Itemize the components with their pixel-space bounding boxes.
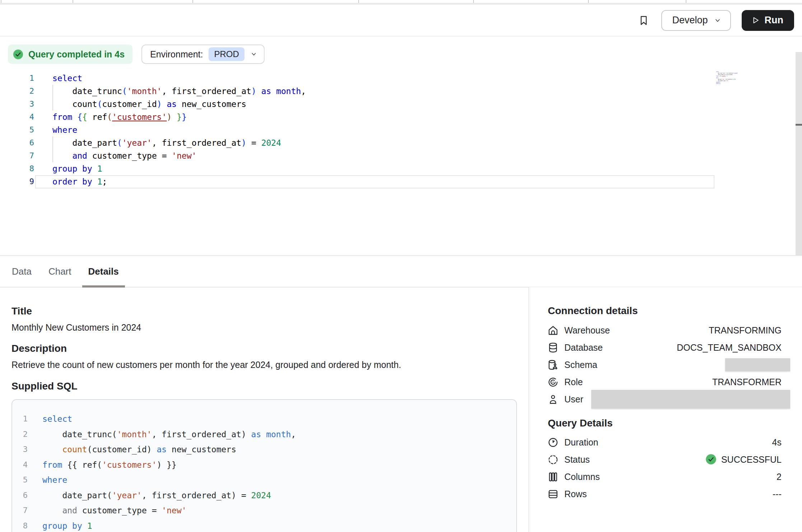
environment-label: Environment: — [150, 49, 203, 60]
tab-separator — [473, 0, 474, 3]
detail-row: DatabaseDOCS_TEAM_SANDBOX — [529, 339, 802, 356]
code-line[interactable]: 9order by 1; — [0, 175, 718, 188]
tab-details[interactable]: Details — [88, 256, 119, 287]
code-line[interactable]: 4from {{ ref('customers') }} — [0, 111, 718, 123]
rows-icon — [547, 488, 559, 500]
code-line[interactable]: 6 date_part('year', first_ordered_at) = … — [0, 136, 718, 149]
title-heading: Title — [11, 305, 32, 317]
code-line[interactable]: 3 count(customer_id) as new_customers — [12, 442, 516, 457]
detail-value: TRANSFORMING — [709, 325, 782, 336]
tab-separator — [192, 0, 193, 3]
user-icon — [547, 393, 559, 405]
run-button[interactable]: Run — [742, 10, 794, 31]
tab-separator — [686, 0, 686, 3]
detail-row: Duration4s — [529, 434, 802, 451]
line-number: 5 — [12, 472, 28, 488]
code-line[interactable]: 8group by 1 — [0, 162, 718, 175]
status-row: Query completed in 4s Environment: PROD — [8, 45, 265, 64]
detail-value: --- — [773, 489, 782, 499]
columns-icon — [547, 471, 559, 483]
detail-label: Role — [564, 377, 583, 387]
scrollbar-marker — [796, 124, 802, 126]
detail-value: 4s — [772, 437, 782, 448]
chevron-down-icon — [250, 51, 257, 58]
connection-details-heading: Connection details — [548, 305, 638, 317]
detail-value-text: TRANSFORMING — [709, 325, 782, 336]
play-icon — [750, 15, 760, 25]
line-number: 2 — [0, 85, 34, 98]
tab-separator — [1, 0, 1, 3]
environment-value-badge: PROD — [209, 47, 244, 61]
detail-value — [725, 358, 782, 371]
detail-label: Database — [564, 342, 603, 353]
database-icon — [547, 342, 559, 354]
editor-minimap[interactable]: 1select2 date_trunc('month', first_order… — [716, 71, 757, 89]
tab-data[interactable]: Data — [12, 256, 32, 287]
supplied-sql-code-block: 1select2 date_trunc('month', first_order… — [11, 399, 517, 532]
line-number: 1 — [12, 411, 28, 427]
role-icon — [547, 376, 559, 388]
check-circle-icon — [13, 49, 24, 60]
detail-row: RoleTRANSFORMER — [529, 373, 802, 391]
code-line[interactable]: 7 and customer_type = 'new' — [0, 149, 718, 162]
code-line[interactable]: 4from {{ ref('customers') }} — [12, 457, 516, 473]
redacted-value — [591, 390, 790, 409]
environment-selector[interactable]: Environment: PROD — [141, 45, 265, 64]
detail-label: Status — [564, 454, 590, 465]
toolbar: Develop Run — [0, 5, 802, 37]
results-tab-bar: Data Chart Details — [0, 255, 802, 288]
line-number: 8 — [12, 518, 28, 532]
connection-details-rows: WarehouseTRANSFORMINGDatabaseDOCS_TEAM_S… — [529, 322, 802, 408]
code-line[interactable]: 7 and customer_type = 'new' — [12, 503, 516, 518]
tab-chart[interactable]: Chart — [48, 256, 71, 287]
line-number: 2 — [12, 427, 28, 442]
line-number: 4 — [0, 111, 34, 123]
line-number: 6 — [12, 488, 28, 503]
description-value: Retrieve the count of new customers per … — [11, 360, 401, 370]
code-line[interactable]: 5where — [12, 472, 516, 488]
code-line[interactable]: 1select — [12, 411, 516, 427]
detail-value-text: --- — [773, 489, 782, 499]
code-line[interactable]: 9order by 1; — [716, 83, 757, 84]
editor-scrollbar[interactable] — [796, 52, 802, 255]
browser-tab-strip — [0, 0, 802, 3]
line-number: 1 — [0, 72, 34, 85]
query-details-heading: Query Details — [548, 417, 613, 429]
detail-label: Warehouse — [564, 325, 610, 336]
bookmark-button[interactable] — [637, 14, 651, 27]
line-number: 3 — [0, 98, 34, 111]
detail-value: DOCS_TEAM_SANDBOX — [677, 342, 782, 353]
code-line[interactable]: 2 date_trunc('month', first_ordered_at) … — [0, 85, 718, 98]
detail-row: StatusSUCCESSFUL — [529, 451, 802, 468]
detail-label: Rows — [564, 489, 587, 499]
query-status-badge: Query completed in 4s — [8, 45, 132, 64]
code-line[interactable]: 3 count(customer_id) as new_customers — [0, 98, 718, 111]
detail-value-text: 2 — [777, 472, 782, 482]
supplied-sql-heading: Supplied SQL — [11, 381, 78, 392]
line-number: 9 — [0, 175, 34, 188]
develop-button[interactable]: Develop — [661, 10, 731, 31]
detail-value: SUCCESSFUL — [705, 454, 782, 466]
code-line[interactable]: 5where — [0, 123, 718, 136]
warehouse-icon — [547, 325, 559, 336]
code-line[interactable]: 2 date_trunc('month', first_ordered_at) … — [12, 427, 516, 442]
code-line[interactable]: 8group by 1 — [12, 518, 516, 532]
line-number: 5 — [0, 123, 34, 136]
query-details-rows: Duration4sStatusSUCCESSFULColumns2Rows--… — [529, 434, 802, 503]
develop-label: Develop — [672, 15, 708, 26]
duration-icon — [547, 437, 559, 448]
tab-separator — [358, 0, 359, 3]
details-side-panel: Connection details WarehouseTRANSFORMING… — [528, 287, 802, 532]
line-number: 8 — [0, 162, 34, 175]
title-value: Monthly New Customers in 2024 — [11, 322, 141, 333]
line-number: 6 — [0, 136, 34, 149]
bookmark-icon — [638, 14, 650, 27]
code-line[interactable]: 6 date_part('year', first_ordered_at) = … — [12, 488, 516, 503]
detail-row: Schema — [529, 356, 802, 373]
code-line[interactable]: 1select — [0, 72, 718, 85]
detail-label: Duration — [564, 437, 598, 448]
detail-label: User — [564, 394, 583, 405]
detail-value: TRANSFORMER — [712, 377, 782, 387]
sql-editor[interactable]: 1select2 date_trunc('month', first_order… — [0, 72, 718, 188]
minimap-content: 1select2 date_trunc('month', first_order… — [716, 71, 757, 84]
